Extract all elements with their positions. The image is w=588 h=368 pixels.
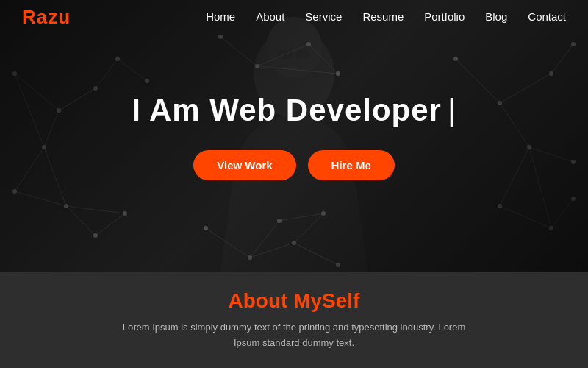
view-work-button[interactable]: View Work xyxy=(193,150,295,180)
about-title: About MySelf xyxy=(229,289,360,313)
hero-content: I Am Web Developer View Work Hire Me xyxy=(132,93,456,180)
about-title-plain: About xyxy=(229,289,288,312)
about-title-accent: MySelf xyxy=(293,289,359,312)
nav-service[interactable]: Service xyxy=(305,10,342,23)
nav-about[interactable]: About xyxy=(256,10,284,23)
nav-links: Home About Service Resume Portfolio Blog… xyxy=(206,10,566,24)
nav-contact[interactable]: Contact xyxy=(528,10,566,23)
navbar: Razu Home About Service Resume Portfolio… xyxy=(0,0,588,34)
nav-blog[interactable]: Blog xyxy=(485,10,507,23)
brand-logo[interactable]: Razu xyxy=(22,6,71,29)
hero-buttons: View Work Hire Me xyxy=(132,150,456,180)
nav-portfolio[interactable]: Portfolio xyxy=(424,10,465,23)
about-description: Lorem Ipsum is simply dummy text of the … xyxy=(118,320,470,351)
hero-title: I Am Web Developer xyxy=(132,93,456,128)
hero-section: I Am Web Developer View Work Hire Me xyxy=(0,0,588,272)
hire-me-button[interactable]: Hire Me xyxy=(308,150,395,180)
about-section: About MySelf Lorem Ipsum is simply dummy… xyxy=(0,272,588,368)
nav-home[interactable]: Home xyxy=(206,10,235,23)
nav-resume[interactable]: Resume xyxy=(362,10,404,23)
